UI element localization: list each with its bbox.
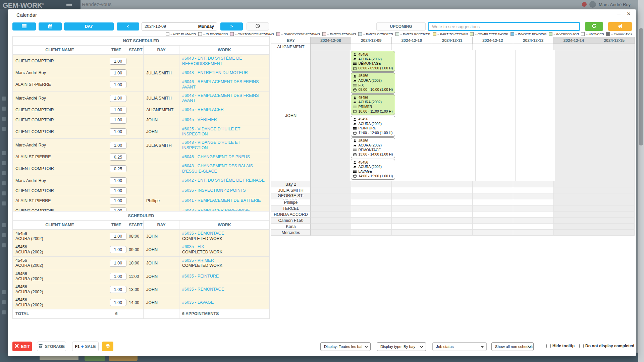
print-button[interactable] — [102, 342, 113, 351]
page-scrollbar[interactable] — [638, 0, 644, 362]
scrollbar-thumb[interactable] — [639, 28, 643, 145]
time-input[interactable] — [110, 299, 126, 306]
time-input[interactable] — [110, 165, 126, 172]
schedule-filter-select[interactable]: Show all non schedule — [491, 342, 534, 351]
schedule-cell[interactable] — [432, 212, 473, 218]
schedule-cell[interactable] — [554, 230, 594, 236]
schedule-cell[interactable] — [594, 187, 635, 193]
work-order-link[interactable]: #6035 - PEINTURE — [182, 274, 219, 279]
time-input[interactable] — [110, 58, 126, 65]
schedule-cell[interactable]: 45456ACURA (2002)DÉMONTAGE08:00 - 09:00 … — [350, 50, 396, 181]
schedule-cell[interactable] — [311, 230, 351, 236]
schedule-cell[interactable] — [311, 50, 350, 181]
schedule-cell[interactable] — [311, 181, 351, 187]
work-order-link[interactable]: #6041 - REMPLACEMENT DE BATTERIE — [182, 198, 261, 203]
appointment-card[interactable]: 45456ACURA (2002)DÉMONTAGE08:00 - 09:00 … — [351, 51, 395, 72]
time-input[interactable] — [110, 233, 126, 240]
schedule-cell[interactable] — [311, 44, 351, 50]
schedule-cell[interactable] — [513, 230, 554, 236]
schedule-cell[interactable] — [554, 212, 594, 218]
work-order-link[interactable]: #6043 - CHANGEMENT DES BALAIS D'ESSUIE-G… — [182, 164, 267, 174]
schedule-cell[interactable] — [392, 205, 432, 212]
schedule-cell[interactable] — [351, 44, 392, 50]
schedule-cell[interactable] — [311, 199, 351, 205]
schedule-cell[interactable] — [473, 212, 513, 218]
schedule-cell[interactable] — [351, 218, 392, 224]
schedule-cell[interactable] — [432, 199, 473, 205]
schedule-cell[interactable] — [392, 187, 432, 193]
job-status-select[interactable]: Job status — [432, 342, 487, 351]
schedule-cell[interactable] — [351, 224, 392, 230]
work-order-link[interactable]: #6046 - REMPLACEMENT DES FREINS AVANT — [182, 79, 267, 90]
schedule-cell[interactable] — [432, 230, 473, 236]
schedule-cell[interactable] — [513, 218, 554, 224]
schedule-cell[interactable] — [476, 50, 515, 181]
schedule-cell[interactable] — [473, 224, 513, 230]
work-order-link[interactable]: #6035 - PRIMER — [182, 258, 214, 263]
schedule-cell[interactable] — [392, 230, 432, 236]
schedule-cell[interactable] — [432, 44, 473, 50]
close-icon[interactable]: × — [627, 10, 631, 17]
schedule-cell[interactable] — [351, 205, 392, 212]
schedule-cell[interactable] — [473, 205, 513, 212]
appointment-card[interactable]: 45456ACURA (2002)REMONTAGE13:00 - 14:00 … — [351, 137, 395, 158]
schedule-cell[interactable] — [595, 50, 635, 181]
work-order-link[interactable]: #6035 - LAVAGE — [182, 300, 214, 305]
schedule-cell[interactable] — [594, 230, 635, 236]
schedule-cell[interactable] — [351, 230, 392, 236]
schedule-cell[interactable] — [432, 187, 473, 193]
time-input[interactable] — [110, 177, 126, 184]
time-input[interactable] — [110, 154, 126, 161]
work-order-link[interactable]: #6025 - VIDANGE D'HUILE ET INSPECTION — [182, 127, 267, 137]
appointment-card[interactable]: 45456ACURA (2002)LAVAGE14:00 - 15:00 (1.… — [351, 159, 395, 180]
schedule-cell[interactable] — [311, 212, 351, 218]
schedule-cell[interactable] — [473, 44, 513, 50]
time-input[interactable] — [110, 117, 126, 124]
schedule-cell[interactable] — [436, 50, 476, 181]
schedule-cell[interactable] — [513, 224, 554, 230]
schedule-cell[interactable] — [513, 205, 554, 212]
time-input[interactable] — [110, 273, 126, 280]
schedule-cell[interactable] — [555, 50, 595, 181]
schedule-cell[interactable] — [473, 230, 513, 236]
schedule-cell[interactable] — [396, 50, 436, 181]
next-day-button[interactable]: > — [220, 22, 243, 31]
schedule-cell[interactable] — [594, 44, 635, 50]
schedule-cell[interactable] — [594, 181, 635, 187]
work-order-link[interactable]: #6035 - DÉMONTAGE — [182, 231, 224, 236]
appointment-card[interactable]: 45456ACURA (2002)PRIMER10:00 - 11:00 (1.… — [351, 94, 395, 115]
schedule-cell[interactable] — [513, 187, 554, 193]
date-field[interactable]: 2024-12-09 Monday — [142, 22, 217, 31]
work-order-link[interactable]: #6048 - ENTRETIEN DU MOTEUR — [182, 70, 248, 76]
time-input[interactable] — [110, 69, 126, 76]
time-input[interactable] — [110, 260, 126, 267]
schedule-cell[interactable] — [351, 187, 392, 193]
schedule-cell[interactable] — [351, 181, 392, 187]
schedule-cell[interactable] — [513, 44, 554, 50]
schedule-cell[interactable] — [513, 199, 554, 205]
schedule-cell[interactable] — [594, 205, 635, 212]
schedule-cell[interactable] — [594, 199, 635, 205]
display-type-select[interactable]: Display type: By bay — [377, 342, 426, 351]
calendar-view-button[interactable] — [39, 22, 62, 31]
schedule-cell[interactable] — [432, 218, 473, 224]
time-input[interactable] — [110, 107, 126, 114]
schedule-cell[interactable] — [473, 199, 513, 205]
work-order-link[interactable]: #6035 - FIX — [182, 244, 204, 250]
appointment-card[interactable]: 45456ACURA (2002)FIX09:00 - 10:00 (1.00 … — [351, 72, 395, 93]
work-order-link[interactable]: #6045 - VÉRIFIER — [182, 117, 217, 123]
schedule-cell[interactable] — [392, 199, 432, 205]
previous-day-button[interactable]: < — [117, 22, 139, 31]
schedule-cell[interactable] — [554, 44, 594, 50]
time-input[interactable] — [110, 142, 126, 149]
schedule-cell[interactable] — [311, 224, 351, 230]
schedule-cell[interactable] — [392, 212, 432, 218]
schedule-cell[interactable] — [473, 181, 513, 187]
minimize-icon[interactable]: – — [617, 10, 621, 17]
schedule-cell[interactable] — [594, 212, 635, 218]
schedule-cell[interactable] — [392, 224, 432, 230]
time-input[interactable] — [110, 286, 126, 293]
work-order-link[interactable]: #6045 - REMPLACER — [182, 107, 224, 113]
schedule-cell[interactable] — [392, 218, 432, 224]
work-order-link[interactable]: #6042 - ENT. DU SYSTÈME DE FREINAGE — [182, 178, 265, 183]
